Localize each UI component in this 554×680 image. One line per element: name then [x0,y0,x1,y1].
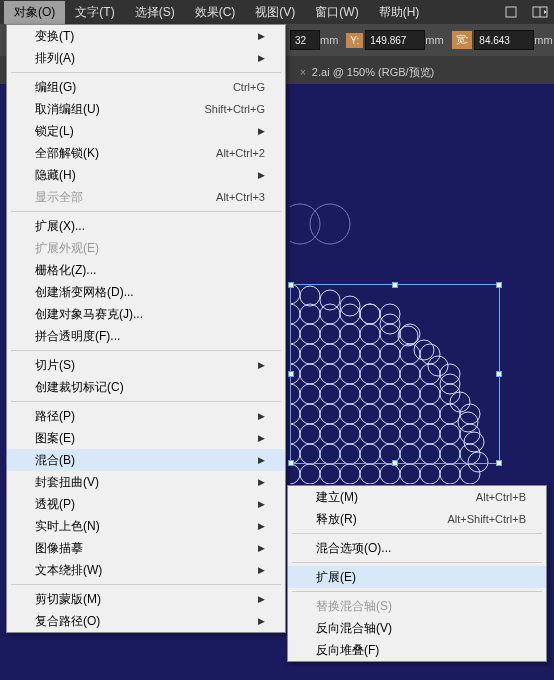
selection-handle[interactable] [496,460,502,466]
menu-item-label: 创建对象马赛克(J)... [35,306,143,323]
y-input[interactable] [365,30,425,50]
selection-handle[interactable] [392,460,398,466]
blend-submenu-item[interactable]: 反向混合轴(V) [288,617,546,639]
object-menu-item[interactable]: 路径(P)▶ [7,405,285,427]
object-menu-item[interactable]: 创建对象马赛克(J)... [7,303,285,325]
menu-shortcut: Alt+Ctrl+2 [216,147,265,159]
object-menu-item[interactable]: 复合路径(O)▶ [7,610,285,632]
blend-submenu-item[interactable]: 扩展(E) [288,566,546,588]
selection-handle[interactable] [288,371,294,377]
menu-item-label: 混合(B) [35,452,75,469]
submenu-arrow-icon: ▶ [258,594,265,604]
menu-item-label: 扩展(E) [316,569,356,586]
object-menu-item[interactable]: 全部解锁(K)Alt+Ctrl+2 [7,142,285,164]
blend-submenu-item[interactable]: 建立(M)Alt+Ctrl+B [288,486,546,508]
object-menu-item[interactable]: 封套扭曲(V)▶ [7,471,285,493]
blend-submenu-item[interactable]: 混合选项(O)... [288,537,546,559]
object-menu-item[interactable]: 透视(P)▶ [7,493,285,515]
svg-point-92 [360,464,380,484]
layout-icon[interactable] [530,4,550,20]
object-menu-item[interactable]: 变换(T)▶ [7,25,285,47]
blend-submenu-separator [292,562,542,563]
svg-point-97 [460,464,480,484]
blend-submenu-separator [292,591,542,592]
selection-handle[interactable] [392,282,398,288]
object-menu-item[interactable]: 扩展(X)... [7,215,285,237]
menu-shortcut: Ctrl+G [233,81,265,93]
menubar-item-select[interactable]: 选择(S) [125,1,185,24]
selection-handle[interactable] [496,371,502,377]
svg-point-96 [440,464,460,484]
menu-item-label: 剪切蒙版(M) [35,591,101,608]
submenu-arrow-icon: ▶ [258,411,265,421]
width-label: 宽: [452,31,473,49]
menubar-item-window[interactable]: 窗口(W) [305,1,368,24]
x-input[interactable] [290,30,320,50]
menu-item-label: 替换混合轴(S) [316,598,392,615]
object-menu-item[interactable]: 切片(S)▶ [7,354,285,376]
object-menu-item[interactable]: 图案(E)▶ [7,427,285,449]
selection-handle[interactable] [496,282,502,288]
menu-item-label: 透视(P) [35,496,75,513]
menubar-item-view[interactable]: 视图(V) [245,1,305,24]
menu-shortcut: Alt+Ctrl+3 [216,191,265,203]
svg-rect-0 [506,7,516,17]
menu-item-label: 图像描摹 [35,540,83,557]
selection-handle[interactable] [288,282,294,288]
object-menu-item[interactable]: 文本绕排(W)▶ [7,559,285,581]
file-icon[interactable] [502,4,522,20]
close-icon[interactable]: × [300,67,306,78]
menubar-item-object[interactable]: 对象(O) [4,1,65,24]
submenu-arrow-icon: ▶ [258,455,265,465]
menubar-item-help[interactable]: 帮助(H) [369,1,430,24]
submenu-arrow-icon: ▶ [258,360,265,370]
menu-item-label: 栅格化(Z)... [35,262,96,279]
submenu-arrow-icon: ▶ [258,53,265,63]
object-menu-item[interactable]: 图像描摹▶ [7,537,285,559]
object-menu-item[interactable]: 锁定(L)▶ [7,120,285,142]
submenu-arrow-icon: ▶ [258,477,265,487]
svg-point-94 [400,464,420,484]
object-menu-item[interactable]: 创建裁切标记(C) [7,376,285,398]
menu-item-label: 隐藏(H) [35,167,76,184]
object-menu-item[interactable]: 混合(B)▶ [7,449,285,471]
blend-submenu-item[interactable]: 反向堆叠(F) [288,639,546,661]
object-menu-item[interactable]: 隐藏(H)▶ [7,164,285,186]
svg-point-88 [290,464,300,484]
menu-item-label: 封套扭曲(V) [35,474,99,491]
menu-item-label: 复合路径(O) [35,613,100,630]
menu-item-label: 建立(M) [316,489,358,506]
selection-handle[interactable] [288,460,294,466]
object-menu-separator [11,211,281,212]
submenu-arrow-icon: ▶ [258,499,265,509]
menu-item-label: 锁定(L) [35,123,74,140]
menubar-item-effect[interactable]: 效果(C) [185,1,246,24]
width-input[interactable] [474,30,534,50]
menu-item-label: 全部解锁(K) [35,145,99,162]
object-menu-item[interactable]: 排列(A)▶ [7,47,285,69]
object-menu-item[interactable]: 取消编组(U)Shift+Ctrl+G [7,98,285,120]
object-menu-item[interactable]: 拼合透明度(F)... [7,325,285,347]
object-menu-item[interactable]: 编组(G)Ctrl+G [7,76,285,98]
object-menu-item[interactable]: 创建渐变网格(D)... [7,281,285,303]
object-menu-item[interactable]: 实时上色(N)▶ [7,515,285,537]
menu-item-label: 扩展外观(E) [35,240,99,257]
menubar-item-text[interactable]: 文字(T) [65,1,124,24]
object-menu-item[interactable]: 剪切蒙版(M)▶ [7,588,285,610]
menu-item-label: 混合选项(O)... [316,540,391,557]
menu-item-label: 排列(A) [35,50,75,67]
submenu-arrow-icon: ▶ [258,543,265,553]
submenu-arrow-icon: ▶ [258,433,265,443]
submenu-arrow-icon: ▶ [258,170,265,180]
submenu-arrow-icon: ▶ [258,31,265,41]
object-menu-item[interactable]: 栅格化(Z)... [7,259,285,281]
blend-submenu-item[interactable]: 释放(R)Alt+Shift+Ctrl+B [288,508,546,530]
selection-box[interactable] [290,284,500,464]
svg-point-4 [310,204,350,244]
menu-item-label: 扩展(X)... [35,218,85,235]
document-tab[interactable]: × 2.ai @ 150% (RGB/预览) [290,61,444,84]
menu-item-label: 释放(R) [316,511,357,528]
menu-item-label: 编组(G) [35,79,76,96]
object-menu-separator [11,584,281,585]
blend-submenu-item: 替换混合轴(S) [288,595,546,617]
